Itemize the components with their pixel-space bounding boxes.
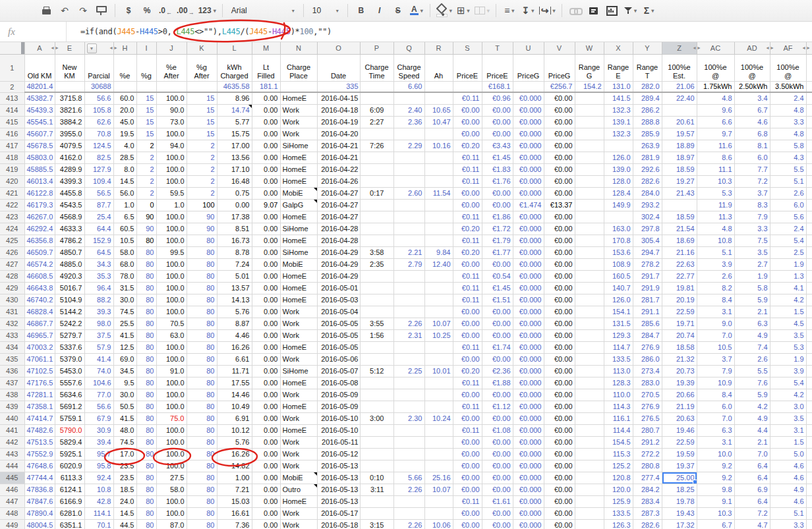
cell-A441[interactable]: 47482.6	[24, 425, 55, 437]
cell-H417[interactable]: 4.0	[113, 140, 136, 152]
row-header-449[interactable]: 449	[0, 520, 24, 529]
cell-G414[interactable]: 105.8	[84, 105, 113, 117]
cell-U436[interactable]: €0.000	[513, 366, 544, 377]
cell-X445[interactable]: 120.8	[604, 472, 633, 484]
cell-P416[interactable]	[360, 128, 393, 140]
cell-Q431[interactable]	[393, 306, 424, 318]
cell-O441[interactable]: 2016-05-10	[317, 425, 360, 437]
cell-T432[interactable]: €0.00	[482, 318, 513, 330]
cell-T2[interactable]: €168.1	[482, 81, 513, 92]
cell-N443[interactable]: Work	[280, 449, 317, 460]
font-family-select[interactable]: Arial▾	[229, 3, 297, 18]
cell-T424[interactable]: €1.72	[482, 223, 513, 235]
cell-Y442[interactable]: 291.2	[633, 437, 662, 449]
cell-K424[interactable]: 90	[187, 223, 217, 235]
cell-R425[interactable]	[424, 235, 453, 247]
cell-R443[interactable]	[424, 449, 453, 460]
cell-W435[interactable]	[575, 354, 604, 366]
cell-A1[interactable]: Old KM	[24, 54, 55, 81]
undo-button[interactable]: ↶	[57, 3, 72, 18]
cell-X430[interactable]: 126.0	[604, 294, 633, 306]
cell-Y419[interactable]: 292.6	[633, 164, 662, 176]
cell-L442[interactable]: 5.76	[217, 437, 252, 449]
cell-N432[interactable]: Work	[280, 318, 317, 330]
cell-J429[interactable]: 100.0	[156, 283, 187, 294]
cell-T421[interactable]: €0.00	[482, 188, 513, 200]
cell-Y434[interactable]: 276.9	[633, 342, 662, 354]
cell-G424[interactable]: 64.4	[84, 223, 113, 235]
cell-M430[interactable]: 0.00	[252, 294, 280, 306]
cell-AC428[interactable]: 2.6	[697, 271, 734, 283]
cell-S447[interactable]: €0.11	[453, 496, 482, 508]
cell-AC444[interactable]: 9.2	[697, 460, 734, 472]
cell-Y1[interactable]: Range T	[633, 54, 662, 81]
cell-Z441[interactable]: 19.46	[662, 425, 697, 437]
select-all-corner[interactable]	[0, 42, 24, 54]
cell-Q427[interactable]: 2.79	[393, 259, 424, 271]
cell-AD447[interactable]: 6.4	[734, 496, 770, 508]
cell-AC442[interactable]: 3.1	[697, 437, 734, 449]
cell-R1[interactable]: Ah	[424, 54, 453, 81]
cell-P414[interactable]: 6:09	[360, 105, 393, 117]
cell-I449[interactable]: 80	[136, 520, 156, 529]
cell-T414[interactable]: €0.00	[482, 105, 513, 117]
cell-G419[interactable]: 127.9	[84, 164, 113, 176]
cell-AD437[interactable]: 7.6	[734, 377, 770, 389]
cell-I440[interactable]: 80	[136, 413, 156, 425]
cell-I446[interactable]: 80	[136, 484, 156, 496]
cell-N433[interactable]: Work	[280, 330, 317, 342]
cell-G445[interactable]: 92.4	[84, 472, 113, 484]
cell-S449[interactable]: €0.00	[453, 520, 482, 529]
cell-W443[interactable]	[575, 449, 604, 460]
cell-S445[interactable]: €0.00	[453, 472, 482, 484]
cell-AC414[interactable]: 9.6	[697, 105, 734, 117]
cell-AC430[interactable]: 8.4	[697, 294, 734, 306]
fill-color-button[interactable]: ▾	[436, 3, 452, 18]
cell-X2[interactable]: 131.0	[604, 81, 633, 92]
cell-W417[interactable]	[575, 140, 604, 152]
cell-M1[interactable]: Lt Filled	[252, 54, 280, 81]
row-header-427[interactable]: 427	[0, 259, 24, 271]
cell-L414[interactable]: 14.74	[217, 105, 252, 117]
cell-X425[interactable]: 170.8	[604, 235, 633, 247]
row-header-414[interactable]: 414	[0, 105, 24, 117]
row-header-2[interactable]: 2	[0, 81, 24, 92]
row-header-434[interactable]: 434	[0, 342, 24, 354]
cell-G440[interactable]: 67.9	[84, 413, 113, 425]
cell-N434[interactable]: HomeE	[280, 342, 317, 354]
cell-K439[interactable]: 80	[187, 401, 217, 413]
cell-T431[interactable]: €0.00	[482, 306, 513, 318]
row-header-448[interactable]: 448	[0, 508, 24, 520]
cell-AD426[interactable]: 3.5	[734, 247, 770, 259]
cell-S434[interactable]: €0.11	[453, 342, 482, 354]
cell-L415[interactable]: 5.77	[217, 117, 252, 128]
cell-M444[interactable]: 0.00	[252, 460, 280, 472]
cell-P413[interactable]	[360, 92, 393, 105]
cell-H446[interactable]: 18.5	[113, 484, 136, 496]
cell-AC441[interactable]: 6.3	[697, 425, 734, 437]
cell-U430[interactable]: €0.000	[513, 294, 544, 306]
cell-O436[interactable]: 2016-05-07	[317, 366, 360, 377]
cell-M441[interactable]: 0.00	[252, 425, 280, 437]
cell-AC431[interactable]: 3.1	[697, 306, 734, 318]
cell-G443[interactable]: 95.7	[84, 449, 113, 460]
cell-AD425[interactable]: 7.5	[734, 235, 770, 247]
cell-I425[interactable]: 80	[136, 235, 156, 247]
cell-O422[interactable]: 2016-04-27	[317, 200, 360, 211]
cell-J441[interactable]: 100.0	[156, 425, 187, 437]
cell-H431[interactable]: 74.5	[113, 306, 136, 318]
cell-AD441[interactable]: 4.4	[734, 425, 770, 437]
cell-M438[interactable]: 0.00	[252, 389, 280, 401]
cell-A427[interactable]: 46574.2	[24, 259, 55, 271]
cell-H432[interactable]: 25.5	[113, 318, 136, 330]
cell-AF446[interactable]: 4.9	[770, 484, 806, 496]
cell-H429[interactable]: 31.5	[113, 283, 136, 294]
cell-Y418[interactable]: 281.9	[633, 152, 662, 164]
cell-G425[interactable]: 152.9	[84, 235, 113, 247]
cell-U449[interactable]: €0.000	[513, 520, 544, 529]
cell-E420[interactable]: 4399.3	[55, 176, 84, 188]
cell-T447[interactable]: €1.61	[482, 496, 513, 508]
cell-V420[interactable]: €0.00	[544, 176, 575, 188]
cell-O429[interactable]: 2016-05-01	[317, 283, 360, 294]
cell-K446[interactable]: 80	[187, 484, 217, 496]
